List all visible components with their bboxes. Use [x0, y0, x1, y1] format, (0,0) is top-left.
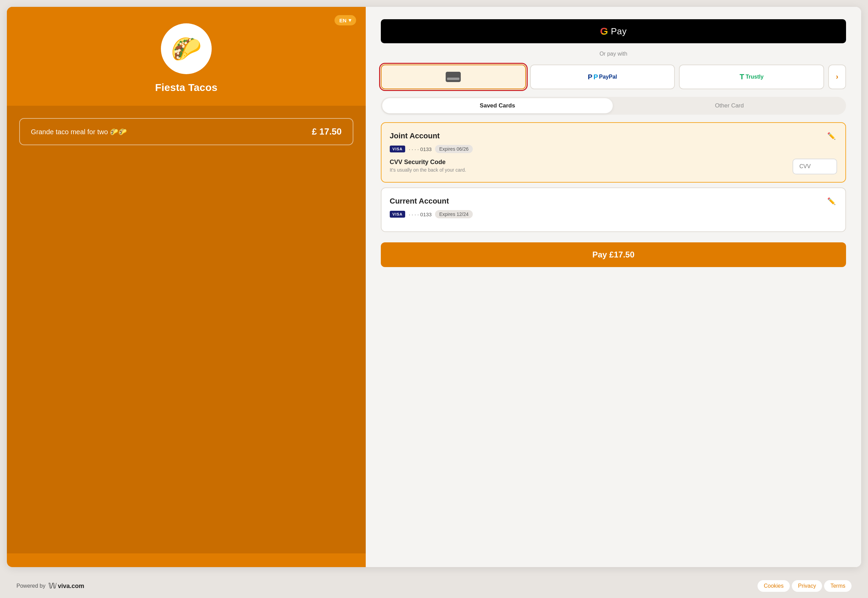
- taco-emoji: 🌮: [171, 34, 202, 63]
- tab-other-card[interactable]: Other Card: [614, 98, 845, 113]
- chevron-right-icon: ›: [836, 72, 838, 81]
- joint-account-name: Joint Account: [390, 132, 440, 141]
- gpay-label: Pay: [611, 26, 626, 37]
- google-g-icon: G: [600, 25, 608, 37]
- trustly-text: Trustly: [746, 74, 764, 80]
- main-container: EN ▾ 🌮 Fiesta Tacos Grande taco meal for…: [7, 7, 861, 567]
- paypal-text: PayPal: [599, 74, 617, 80]
- viva-icon: 𝕎: [48, 582, 57, 591]
- current-card-number: · · · · 0133: [409, 211, 432, 217]
- joint-visa-badge: VISA: [390, 145, 406, 152]
- right-panel: G Pay Or pay with PP PayPal T Trustly: [366, 7, 861, 567]
- paypal-p-light: P: [594, 73, 598, 81]
- order-card: Grande taco meal for two 🌮🌮 £ 17.50: [19, 118, 353, 145]
- card-header-joint: Joint Account ✏️: [390, 130, 837, 141]
- more-payment-methods-button[interactable]: ›: [828, 64, 846, 89]
- powered-by-label: Powered by: [16, 583, 46, 589]
- order-price: £ 17.50: [312, 126, 342, 137]
- card-tabs: Saved Cards Other Card: [381, 97, 846, 115]
- joint-card-info: VISA · · · · 0133 Expires 06/26: [390, 145, 837, 153]
- lang-label: EN: [339, 18, 346, 23]
- current-account-name: Current Account: [390, 197, 449, 206]
- card-header-current: Current Account ✏️: [390, 196, 837, 207]
- pay-button[interactable]: Pay £17.50: [381, 242, 846, 267]
- powered-by: Powered by 𝕎 viva.com: [16, 582, 84, 591]
- terms-link[interactable]: Terms: [824, 580, 852, 592]
- card-item-current[interactable]: Current Account ✏️ VISA · · · · 0133 Exp…: [381, 187, 846, 232]
- cvv-section: CVV Security Code It's usually on the ba…: [390, 158, 837, 174]
- cvv-hint: It's usually on the back of your card.: [390, 167, 787, 173]
- viva-text: viva.com: [58, 583, 84, 590]
- or-pay-with-label: Or pay with: [381, 51, 846, 57]
- tab-saved-cards[interactable]: Saved Cards: [382, 98, 613, 113]
- saved-cards-section: Joint Account ✏️ VISA · · · · 0133 Expir…: [381, 122, 846, 232]
- viva-logo: 𝕎 viva.com: [48, 582, 84, 591]
- cookies-link[interactable]: Cookies: [758, 580, 790, 592]
- edit-current-card-button[interactable]: ✏️: [826, 196, 837, 207]
- cvv-title: CVV Security Code: [390, 158, 787, 166]
- current-card-info: VISA · · · · 0133 Expires 12/24: [390, 210, 837, 218]
- joint-expiry-badge: Expires 06/26: [435, 145, 473, 153]
- cvv-label-block: CVV Security Code It's usually on the ba…: [390, 158, 787, 173]
- credit-card-icon: [446, 72, 461, 82]
- cvv-input[interactable]: [792, 158, 837, 174]
- restaurant-name: Fiesta Tacos: [155, 82, 218, 93]
- order-label: Grande taco meal for two 🌮🌮: [31, 128, 127, 136]
- edit-joint-card-button[interactable]: ✏️: [826, 130, 837, 141]
- restaurant-logo: 🌮: [161, 23, 212, 74]
- chevron-down-icon: ▾: [349, 17, 351, 23]
- payment-option-paypal[interactable]: PP PayPal: [530, 64, 675, 89]
- trustly-logo: T Trustly: [740, 72, 764, 81]
- card-item-joint[interactable]: Joint Account ✏️ VISA · · · · 0133 Expir…: [381, 122, 846, 182]
- left-bottom: Grande taco meal for two 🌮🌮 £ 17.50: [7, 106, 366, 553]
- current-expiry-badge: Expires 12/24: [435, 210, 473, 218]
- footer: Powered by 𝕎 viva.com Cookies Privacy Te…: [0, 574, 868, 598]
- payment-methods-row: PP PayPal T Trustly ›: [381, 64, 846, 89]
- current-visa-badge: VISA: [390, 211, 406, 218]
- left-panel: EN ▾ 🌮 Fiesta Tacos Grande taco meal for…: [7, 7, 366, 567]
- joint-card-number: · · · · 0133: [409, 146, 432, 152]
- paypal-p-blue: P: [588, 73, 592, 81]
- left-top: EN ▾ 🌮 Fiesta Tacos: [7, 7, 366, 106]
- payment-option-card[interactable]: [381, 64, 526, 89]
- google-pay-button[interactable]: G Pay: [381, 19, 846, 43]
- paypal-logo: PP PayPal: [588, 73, 617, 81]
- privacy-link[interactable]: Privacy: [792, 580, 822, 592]
- footer-links: Cookies Privacy Terms: [758, 580, 852, 592]
- payment-option-trustly[interactable]: T Trustly: [679, 64, 824, 89]
- trustly-icon: T: [740, 72, 744, 81]
- language-selector[interactable]: EN ▾: [334, 15, 356, 25]
